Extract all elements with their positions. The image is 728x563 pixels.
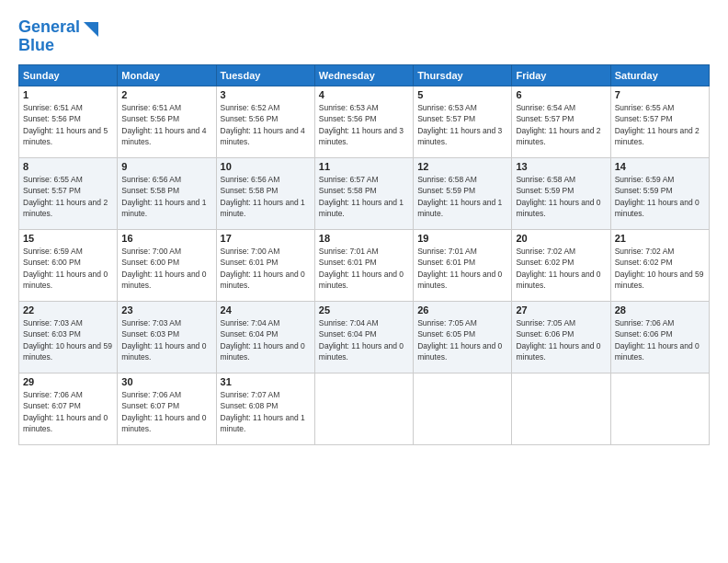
calendar-week-row: 1 Sunrise: 6:51 AMSunset: 5:56 PMDayligh…	[19, 86, 710, 157]
day-info: Sunrise: 7:06 AMSunset: 6:06 PMDaylight:…	[615, 318, 700, 362]
calendar-cell	[314, 373, 413, 444]
calendar-cell: 27 Sunrise: 7:05 AMSunset: 6:06 PMDaylig…	[512, 301, 610, 373]
calendar-header-row: SundayMondayTuesdayWednesdayThursdayFrid…	[19, 64, 710, 86]
day-number: 17	[221, 233, 311, 244]
calendar-cell: 16 Sunrise: 7:00 AMSunset: 6:00 PMDaylig…	[118, 229, 216, 301]
day-number: 31	[221, 376, 311, 387]
day-number: 23	[121, 304, 211, 316]
calendar-cell: 30 Sunrise: 7:06 AMSunset: 6:07 PMDaylig…	[118, 373, 216, 444]
calendar-cell: 14 Sunrise: 6:59 AMSunset: 5:59 PMDaylig…	[610, 157, 709, 229]
day-info: Sunrise: 6:59 AMSunset: 6:00 PMDaylight:…	[23, 247, 108, 290]
day-info: Sunrise: 7:02 AMSunset: 6:02 PMDaylight:…	[516, 247, 600, 290]
day-number: 24	[221, 304, 311, 316]
calendar-cell: 5 Sunrise: 6:53 AMSunset: 5:57 PMDayligh…	[414, 86, 512, 157]
day-info: Sunrise: 7:05 AMSunset: 6:06 PMDaylight:…	[516, 318, 600, 362]
day-number: 14	[615, 161, 705, 172]
calendar-cell: 7 Sunrise: 6:55 AMSunset: 5:57 PMDayligh…	[610, 86, 709, 157]
calendar-cell: 9 Sunrise: 6:56 AMSunset: 5:58 PMDayligh…	[118, 157, 216, 229]
day-number: 15	[23, 233, 113, 244]
day-number: 27	[516, 304, 606, 316]
logo: GeneralBlue	[18, 18, 100, 55]
day-number: 25	[319, 304, 409, 316]
day-info: Sunrise: 7:03 AMSunset: 6:03 PMDaylight:…	[23, 318, 112, 362]
day-info: Sunrise: 6:51 AMSunset: 5:56 PMDaylight:…	[23, 103, 108, 146]
day-number: 29	[23, 376, 113, 387]
calendar-week-row: 15 Sunrise: 6:59 AMSunset: 6:00 PMDaylig…	[19, 229, 710, 301]
calendar-cell: 20 Sunrise: 7:02 AMSunset: 6:02 PMDaylig…	[512, 229, 610, 301]
day-info: Sunrise: 7:00 AMSunset: 6:01 PMDaylight:…	[221, 247, 305, 290]
calendar-cell: 18 Sunrise: 7:01 AMSunset: 6:01 PMDaylig…	[314, 229, 413, 301]
day-info: Sunrise: 7:07 AMSunset: 6:08 PMDaylight:…	[221, 390, 305, 433]
calendar-cell: 29 Sunrise: 7:06 AMSunset: 6:07 PMDaylig…	[19, 373, 118, 444]
day-info: Sunrise: 7:06 AMSunset: 6:07 PMDaylight:…	[121, 390, 206, 433]
calendar-cell: 3 Sunrise: 6:52 AMSunset: 5:56 PMDayligh…	[216, 86, 314, 157]
day-number: 19	[417, 233, 507, 244]
day-info: Sunrise: 6:55 AMSunset: 5:57 PMDaylight:…	[23, 175, 108, 218]
calendar-cell: 19 Sunrise: 7:01 AMSunset: 6:01 PMDaylig…	[414, 229, 512, 301]
calendar-header-cell: Tuesday	[216, 64, 314, 86]
day-number: 10	[221, 161, 311, 172]
calendar-cell: 12 Sunrise: 6:58 AMSunset: 5:59 PMDaylig…	[414, 157, 512, 229]
day-info: Sunrise: 7:03 AMSunset: 6:03 PMDaylight:…	[121, 318, 206, 362]
day-number: 1	[23, 89, 113, 100]
day-number: 11	[319, 161, 409, 172]
calendar-cell: 4 Sunrise: 6:53 AMSunset: 5:56 PMDayligh…	[314, 86, 413, 157]
calendar-cell: 10 Sunrise: 6:56 AMSunset: 5:58 PMDaylig…	[216, 157, 314, 229]
day-number: 30	[121, 376, 211, 387]
calendar-cell: 13 Sunrise: 6:58 AMSunset: 5:59 PMDaylig…	[512, 157, 610, 229]
calendar-cell: 25 Sunrise: 7:04 AMSunset: 6:04 PMDaylig…	[314, 301, 413, 373]
day-info: Sunrise: 6:57 AMSunset: 5:58 PMDaylight:…	[319, 175, 404, 218]
calendar-header-cell: Wednesday	[314, 64, 413, 86]
calendar-cell: 28 Sunrise: 7:06 AMSunset: 6:06 PMDaylig…	[610, 301, 709, 373]
day-number: 2	[121, 89, 211, 100]
calendar-cell: 31 Sunrise: 7:07 AMSunset: 6:08 PMDaylig…	[216, 373, 314, 444]
calendar-header-cell: Thursday	[414, 64, 512, 86]
day-number: 21	[615, 233, 705, 244]
day-info: Sunrise: 6:58 AMSunset: 5:59 PMDaylight:…	[417, 175, 502, 218]
day-number: 3	[221, 89, 311, 100]
day-info: Sunrise: 7:00 AMSunset: 6:00 PMDaylight:…	[121, 247, 206, 290]
day-number: 16	[121, 233, 211, 244]
calendar-table: SundayMondayTuesdayWednesdayThursdayFrid…	[18, 64, 710, 445]
calendar-cell	[414, 373, 512, 444]
day-number: 9	[121, 161, 211, 172]
calendar-cell: 26 Sunrise: 7:05 AMSunset: 6:05 PMDaylig…	[414, 301, 512, 373]
svg-marker-0	[84, 22, 98, 37]
day-info: Sunrise: 7:04 AMSunset: 6:04 PMDaylight:…	[319, 318, 404, 362]
day-info: Sunrise: 6:55 AMSunset: 5:57 PMDaylight:…	[615, 103, 700, 146]
calendar-header-cell: Saturday	[610, 64, 709, 86]
day-number: 22	[23, 304, 113, 316]
calendar-week-row: 22 Sunrise: 7:03 AMSunset: 6:03 PMDaylig…	[19, 301, 710, 373]
calendar-cell	[512, 373, 610, 444]
day-info: Sunrise: 7:01 AMSunset: 6:01 PMDaylight:…	[417, 247, 502, 290]
calendar-cell: 6 Sunrise: 6:54 AMSunset: 5:57 PMDayligh…	[512, 86, 610, 157]
calendar-cell: 23 Sunrise: 7:03 AMSunset: 6:03 PMDaylig…	[118, 301, 216, 373]
day-info: Sunrise: 6:58 AMSunset: 5:59 PMDaylight:…	[516, 175, 600, 218]
calendar-cell: 21 Sunrise: 7:02 AMSunset: 6:02 PMDaylig…	[610, 229, 709, 301]
day-number: 5	[417, 89, 507, 100]
calendar-cell: 22 Sunrise: 7:03 AMSunset: 6:03 PMDaylig…	[19, 301, 118, 373]
day-info: Sunrise: 6:53 AMSunset: 5:57 PMDaylight:…	[417, 103, 502, 146]
calendar-cell: 15 Sunrise: 6:59 AMSunset: 6:00 PMDaylig…	[19, 229, 118, 301]
calendar-body: 1 Sunrise: 6:51 AMSunset: 5:56 PMDayligh…	[19, 86, 710, 444]
day-number: 7	[615, 89, 705, 100]
day-number: 4	[319, 89, 409, 100]
calendar-week-row: 8 Sunrise: 6:55 AMSunset: 5:57 PMDayligh…	[19, 157, 710, 229]
calendar-cell: 1 Sunrise: 6:51 AMSunset: 5:56 PMDayligh…	[19, 86, 118, 157]
day-info: Sunrise: 6:51 AMSunset: 5:56 PMDaylight:…	[121, 103, 206, 146]
calendar-cell	[610, 373, 709, 444]
calendar-cell: 17 Sunrise: 7:00 AMSunset: 6:01 PMDaylig…	[216, 229, 314, 301]
day-number: 8	[23, 161, 113, 172]
calendar-header-cell: Monday	[118, 64, 216, 86]
day-number: 13	[516, 161, 606, 172]
day-info: Sunrise: 7:02 AMSunset: 6:02 PMDaylight:…	[615, 247, 704, 290]
calendar-week-row: 29 Sunrise: 7:06 AMSunset: 6:07 PMDaylig…	[19, 373, 710, 444]
day-number: 6	[516, 89, 606, 100]
day-number: 26	[417, 304, 507, 316]
calendar-header-cell: Sunday	[19, 64, 118, 86]
day-info: Sunrise: 6:52 AMSunset: 5:56 PMDaylight:…	[221, 103, 305, 146]
day-info: Sunrise: 7:06 AMSunset: 6:07 PMDaylight:…	[23, 390, 108, 433]
logo-arrow-icon	[82, 20, 100, 42]
header: GeneralBlue	[18, 18, 710, 55]
day-number: 20	[516, 233, 606, 244]
